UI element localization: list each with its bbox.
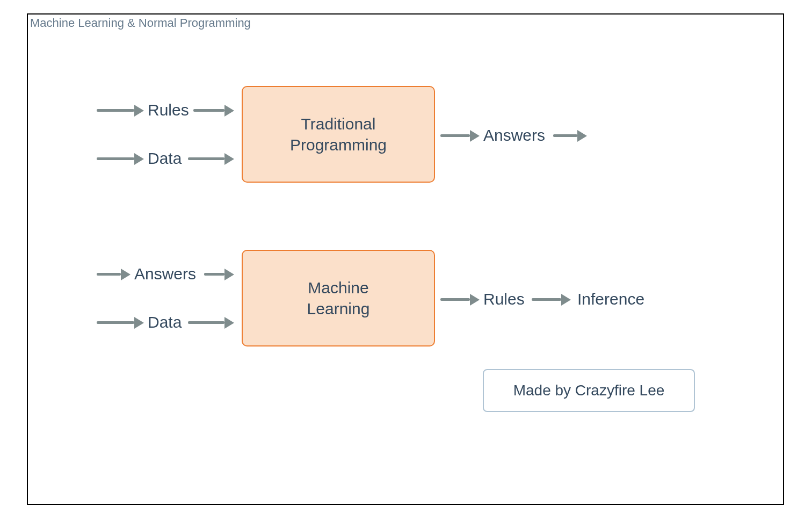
arrow-head-icon (121, 269, 130, 280)
arrow-head-icon (577, 130, 587, 142)
traditional-box-label: Traditional Programming (290, 113, 387, 155)
arrow-line-icon (97, 321, 134, 324)
arrow-line-icon (188, 157, 224, 160)
diagram-title: Machine Learning & Normal Programming (28, 16, 253, 30)
arrow-line-icon (440, 134, 470, 137)
arrow-line-icon (532, 298, 561, 301)
arrow-head-icon (224, 105, 234, 117)
arrow-head-icon (224, 317, 234, 329)
arrow-head-icon (134, 153, 144, 165)
arrow-head-icon (134, 317, 144, 329)
arrow-head-icon (561, 294, 571, 306)
traditional-input2-label: Data (148, 149, 182, 168)
ml-output2-label: Inference (577, 290, 644, 308)
ml-box-label: Machine Learning (307, 277, 370, 319)
arrow-head-icon (224, 269, 234, 280)
arrow-head-icon (224, 153, 234, 165)
arrow-line-icon (553, 134, 577, 137)
arrow-line-icon (97, 157, 134, 160)
arrow-head-icon (470, 130, 480, 142)
traditional-programming-box: Traditional Programming (242, 86, 435, 183)
arrow-line-icon (188, 321, 224, 324)
ml-output1-label: Rules (483, 290, 525, 308)
machine-learning-box: Machine Learning (242, 250, 435, 346)
arrow-line-icon (97, 273, 121, 276)
credit-box: Made by Crazyfire Lee (483, 369, 695, 412)
credit-label: Made by Crazyfire Lee (513, 382, 665, 399)
traditional-input1-label: Rules (148, 101, 189, 119)
arrow-head-icon (470, 294, 480, 306)
ml-input2-label: Data (148, 313, 182, 331)
arrow-line-icon (97, 109, 134, 112)
diagram-area: Rules Data Traditional Programming Answe… (27, 38, 784, 505)
traditional-output1-label: Answers (483, 126, 545, 145)
arrow-head-icon (134, 105, 144, 117)
ml-input1-label: Answers (134, 265, 196, 283)
arrow-line-icon (204, 273, 224, 276)
arrow-line-icon (440, 298, 470, 301)
arrow-line-icon (193, 109, 224, 112)
